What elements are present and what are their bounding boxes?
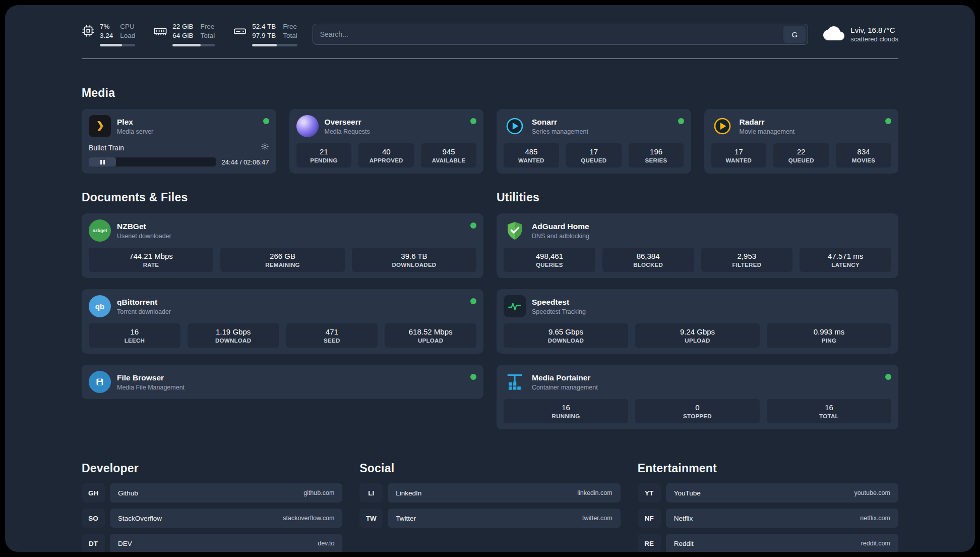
app-desc: Media server xyxy=(117,128,257,135)
disk-label-bottom: Total xyxy=(283,31,297,40)
search-input[interactable] xyxy=(320,30,784,38)
bookmark-stackoverflow[interactable]: SO StackOverflow stackoverflow.com xyxy=(82,509,342,528)
search-bar: G xyxy=(313,24,809,45)
stat-tile: 945 AVAILABLE xyxy=(421,143,476,168)
cpu-widget: 7% 3.24 CPU Load xyxy=(82,22,135,46)
stat-value: 16 xyxy=(770,403,888,412)
weather-widget[interactable]: Lviv, 16.87°C scattered clouds xyxy=(823,23,898,46)
documents-section: Documents & Files nzbget NZBGet Usenet d… xyxy=(82,191,483,429)
ram-secondary: 64 GiB xyxy=(172,31,193,40)
status-dot xyxy=(263,118,269,124)
stat-tile: 40 APPROVED xyxy=(358,143,414,168)
stat-value: 471 xyxy=(289,327,375,336)
stat-value: 9.24 Gbps xyxy=(638,327,757,336)
app-desc: Media Requests xyxy=(325,128,465,135)
gear-icon[interactable] xyxy=(261,142,269,153)
stat-label: RUNNING xyxy=(507,413,625,419)
bookmark-youtube[interactable]: YT YouTube youtube.com xyxy=(638,483,898,503)
system-widgets: 7% 3.24 CPU Load xyxy=(82,22,297,46)
stat-value: 17 xyxy=(714,147,764,156)
stat-value: 498,461 xyxy=(507,252,592,260)
stat-value: 744.21 Mbps xyxy=(92,252,210,260)
stat-value: 266 GB xyxy=(223,252,342,260)
stat-label: REMAINING xyxy=(223,262,342,268)
stat-label: QUEUED xyxy=(569,157,619,163)
adguard-icon xyxy=(504,219,526,242)
plex-card[interactable]: Plex Media server Bullet Train xyxy=(82,109,276,174)
bookmark-abbr: LI xyxy=(359,483,383,503)
disk-label-top: Free xyxy=(283,22,297,31)
app-name: Radarr xyxy=(740,118,880,127)
ram-bar xyxy=(172,44,215,46)
stat-label: DOWNLOAD xyxy=(507,338,625,344)
stat-label: AVAILABLE xyxy=(424,157,473,163)
status-dot xyxy=(470,222,476,229)
bookmark-github[interactable]: GH Github github.com xyxy=(82,483,342,503)
stat-label: UPLOAD xyxy=(388,338,473,344)
stat-tile: 16 RUNNING xyxy=(504,399,628,423)
stat-tile: 9.24 Gbps UPLOAD xyxy=(635,323,760,348)
stat-tile: 9.65 Gbps DOWNLOAD xyxy=(504,323,628,348)
app-desc: Torrent downloader xyxy=(117,308,464,315)
nzbget-card[interactable]: nzbget NZBGet Usenet downloader 744.21 M… xyxy=(82,213,483,278)
search-engine-button[interactable]: G xyxy=(783,26,806,43)
ram-value: 22 GiB xyxy=(172,22,193,31)
stat-value: 39.6 TB xyxy=(355,252,473,260)
ram-widget: 22 GiB 64 GiB Free Total xyxy=(153,22,215,46)
adguard-card[interactable]: AdGuard Home DNS and adblocking 498,461 … xyxy=(497,213,898,278)
app-desc: Speedtest Tracking xyxy=(532,308,891,315)
stat-value: 485 xyxy=(507,147,556,156)
stat-tile: 2,953 FILTERED xyxy=(701,248,793,272)
bookmark-name: Github xyxy=(118,489,138,497)
stat-tile: 39.6 TB DOWNLOADED xyxy=(352,248,476,272)
app-desc: DNS and adblocking xyxy=(532,233,891,240)
stat-value: 16 xyxy=(507,403,625,412)
stat-tile: 22 QUEUED xyxy=(773,143,829,168)
portainer-card[interactable]: Media Portainer Container management 16 … xyxy=(497,365,898,429)
stat-value: 86,384 xyxy=(605,252,691,260)
stat-tile: 834 MOVIES xyxy=(836,143,891,168)
stat-tile: 744.21 Mbps RATE xyxy=(89,248,213,272)
cpu-label-bottom: Load xyxy=(120,31,135,40)
developer-section: Developer GH Github github.com SO StackO… xyxy=(82,462,342,552)
stat-value: 22 xyxy=(776,147,826,156)
qbittorrent-card[interactable]: qb qBittorrent Torrent downloader 16 xyxy=(82,289,483,354)
bookmark-dev[interactable]: DT DEV dev.to xyxy=(82,534,342,552)
stat-value: 196 xyxy=(632,147,681,156)
sonarr-card[interactable]: Sonarr Series management 485 WANTED 17 Q… xyxy=(497,109,691,174)
portainer-icon xyxy=(504,371,526,393)
pause-icon[interactable] xyxy=(89,157,116,166)
stat-label: QUERIES xyxy=(507,262,592,268)
plex-icon xyxy=(89,115,111,137)
stat-label: APPROVED xyxy=(361,157,411,163)
ram-icon xyxy=(153,22,167,40)
bookmark-abbr: GH xyxy=(82,483,105,503)
bookmark-name: DEV xyxy=(118,540,132,547)
ram-label-top: Free xyxy=(201,22,215,31)
dashboard: 7% 3.24 CPU Load xyxy=(5,5,975,552)
nzbget-icon-text: nzbget xyxy=(93,228,107,233)
app-desc: Container management xyxy=(532,384,879,391)
stat-value: 0 xyxy=(638,403,757,412)
stat-label: PENDING xyxy=(299,157,349,163)
radarr-card[interactable]: Radarr Movie management 17 WANTED 22 QUE… xyxy=(704,109,899,174)
playback-progress-bar[interactable] xyxy=(89,157,216,166)
bookmark-netflix[interactable]: NF Netflix netflix.com xyxy=(638,509,898,528)
bookmark-linkedin[interactable]: LI LinkedIn linkedin.com xyxy=(359,483,620,503)
cpu-icon xyxy=(82,22,95,39)
bookmark-reddit[interactable]: RE Reddit reddit.com xyxy=(638,534,898,552)
stat-tile: 21 PENDING xyxy=(296,143,352,168)
overseerr-card[interactable]: Overseerr Media Requests 21 PENDING 40 A… xyxy=(289,109,484,174)
bookmark-twitter[interactable]: TW Twitter twitter.com xyxy=(359,509,620,528)
bookmark-url: reddit.com xyxy=(861,540,890,547)
speedtest-icon xyxy=(504,295,526,317)
topbar: 7% 3.24 CPU Load xyxy=(82,5,898,46)
stat-label: FILTERED xyxy=(704,262,790,268)
filebrowser-card[interactable]: File Browser Media File Management xyxy=(82,365,483,399)
media-section: Media Plex xyxy=(82,86,898,174)
stat-tile: 16 LEECH xyxy=(89,323,180,348)
weather-location: Lviv, 16.87°C xyxy=(850,26,898,34)
stat-label: DOWNLOAD xyxy=(191,338,276,344)
app-name: qBittorrent xyxy=(117,298,464,307)
speedtest-card[interactable]: Speedtest Speedtest Tracking 9.65 Gbps D… xyxy=(497,289,898,354)
